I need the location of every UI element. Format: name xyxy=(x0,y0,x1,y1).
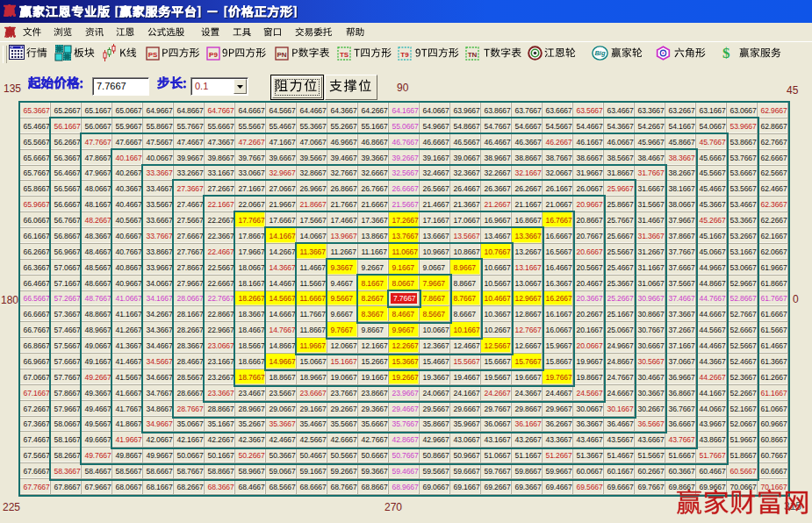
svg-text:T9: T9 xyxy=(400,51,409,59)
svg-text:PS: PS xyxy=(148,51,158,59)
svg-text:TN: TN xyxy=(468,51,478,59)
svg-text:P9: P9 xyxy=(209,51,218,59)
svg-text:TS: TS xyxy=(340,51,349,59)
svg-text:PN: PN xyxy=(277,51,286,59)
svg-text:Big: Big xyxy=(594,49,606,57)
